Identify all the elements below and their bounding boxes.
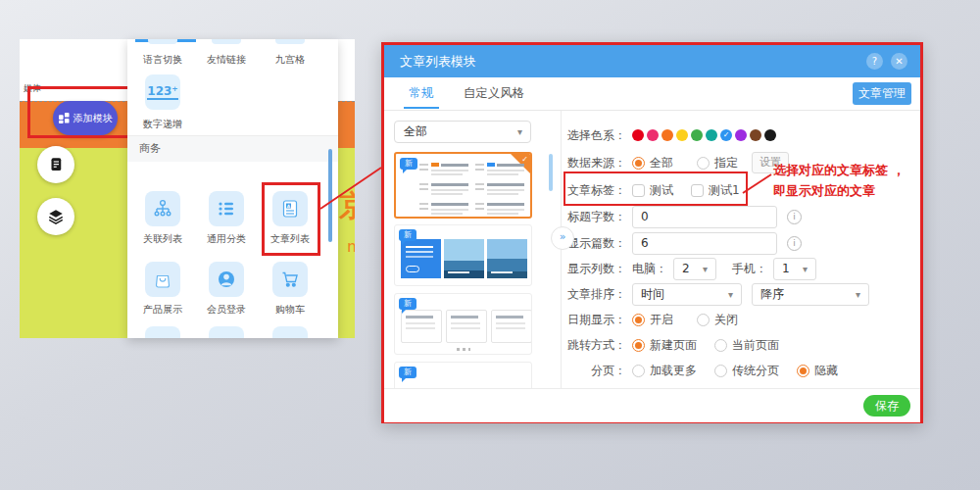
close-icon[interactable]: ✕ (891, 53, 907, 70)
color-dot-list: ✓ (632, 129, 779, 141)
page-art-letter: m (347, 237, 355, 256)
module-item-nine-grid[interactable]: 九宫格 (263, 53, 318, 67)
tab-general[interactable]: 常规 (398, 77, 445, 109)
color-dot[interactable] (691, 129, 703, 141)
chevron-down-icon: ▾ (703, 259, 708, 279)
new-badge: 新 (399, 298, 416, 310)
annotation-box-article-tags (564, 172, 748, 206)
save-button[interactable]: 保存 (863, 395, 910, 416)
color-dot[interactable] (735, 129, 747, 141)
field-date-display: 日期显示： 开启 关闭 (562, 308, 920, 331)
info-icon: i (787, 236, 802, 251)
chevron-down-icon: ▾ (856, 284, 860, 305)
template-preview-content (401, 310, 532, 343)
dialog-tabbar: 常规 自定义风格 文章管理 (384, 77, 920, 111)
chevron-down-icon: ▾ (803, 259, 808, 279)
radio-source-assign[interactable] (697, 157, 710, 170)
module-picker-panel: 语言切换 友情链接 九宫格 123⁺ 数字递增 商务 关联列表 (127, 39, 338, 338)
annotation-box-add-module (27, 86, 139, 138)
template-option-3[interactable]: 新 (394, 293, 532, 355)
page-layers-button[interactable] (37, 198, 74, 235)
dialog-title: 文章列表模块 (400, 45, 476, 77)
radio-source-all[interactable] (632, 157, 645, 170)
module-item-number-increment[interactable]: 数字递增 (135, 118, 190, 131)
field-sort: 文章排序： 时间 ▾ 降序 ▾ (562, 282, 920, 306)
chevron-down-icon: ▾ (517, 122, 522, 142)
shopping-bag-icon (145, 262, 180, 297)
section-title-business: 商务 (139, 141, 161, 156)
new-badge: 新 (399, 229, 416, 241)
radio-paging-hidden[interactable] (797, 365, 809, 377)
list-icon (209, 191, 244, 226)
layers-icon (47, 208, 65, 225)
new-badge: 新 (399, 367, 416, 378)
clipped-module-tile (209, 326, 244, 338)
cart-icon (272, 262, 308, 297)
clipped-module-icon (212, 39, 241, 44)
radio-date-off[interactable] (697, 314, 710, 326)
tab-custom-style[interactable]: 自定义风格 (455, 77, 533, 109)
color-dot[interactable] (632, 129, 644, 141)
collapse-panel-button[interactable]: » (551, 226, 574, 250)
dialog-body: 全部 ▾ 新 ✓ 新 (384, 111, 920, 421)
panel-scrollbar[interactable] (328, 149, 332, 242)
color-dot[interactable] (676, 129, 688, 141)
module-item-friend-links[interactable]: 友情链接 (199, 53, 254, 67)
template-preview-content (401, 239, 527, 278)
module-item-shopping-cart[interactable]: 购物车 (258, 262, 322, 317)
radio-jump-current-page[interactable] (714, 339, 727, 352)
radio-paging-traditional[interactable] (714, 365, 727, 377)
radio-paging-load-more[interactable] (632, 365, 645, 377)
page-content-button[interactable] (37, 146, 74, 183)
selected-check-icon: ✓ (521, 155, 528, 164)
member-icon (209, 262, 244, 297)
radio-date-on[interactable] (632, 314, 645, 326)
clipped-module-tile (145, 326, 180, 338)
clipped-module-tile (272, 326, 308, 338)
color-dot[interactable] (764, 129, 776, 141)
module-item-related-list[interactable]: 关联列表 (130, 191, 195, 246)
template-option-1-selected[interactable]: 新 ✓ (394, 152, 532, 219)
module-item-language-switch[interactable]: 语言切换 (135, 53, 190, 67)
template-filter-dropdown[interactable]: 全部 ▾ (394, 121, 531, 143)
field-color-scheme: 选择色系： ✓ (562, 123, 920, 147)
article-count-input[interactable] (632, 232, 777, 255)
article-manage-button[interactable]: 文章管理 (853, 82, 911, 105)
settings-panel: 选择色系： ✓ 数据来源： 全部 指定 设置 文章标签： 测试 测试 (562, 111, 920, 388)
page-art-text: 京 (339, 186, 355, 226)
field-columns: 显示列数： 电脑： 2 ▾ 手机： 1 ▾ (562, 257, 920, 280)
module-item-number-increment-icon[interactable]: 123⁺ (145, 74, 180, 110)
color-dot[interactable] (647, 129, 659, 141)
module-item-member-login[interactable]: 会员登录 (194, 262, 259, 317)
screenshot-stage: 媒体 京 m 添加模块 (0, 0, 980, 490)
sort-field-select[interactable]: 时间 ▾ (632, 283, 742, 306)
pagination-dots (457, 348, 470, 351)
template-list-scrollbar[interactable] (549, 154, 553, 191)
color-dot[interactable] (706, 129, 717, 141)
field-paging: 分页： 加载更多 传统分页 隐藏 (562, 359, 920, 382)
annotation-note: 选择对应的文章标签 ， 即显示对应的文章 (773, 160, 950, 201)
radio-jump-new-page[interactable] (632, 339, 645, 352)
document-icon (47, 156, 65, 173)
template-option-4[interactable]: 新 (394, 362, 532, 388)
template-option-2[interactable]: 新 (394, 224, 532, 286)
info-icon: i (787, 210, 802, 224)
module-item-general-category[interactable]: 通用分类 (194, 191, 259, 246)
sort-order-select[interactable]: 降序 ▾ (752, 283, 869, 306)
field-jump-mode: 跳转方式： 新建页面 当前页面 (562, 333, 920, 357)
annotation-box-article-list-module (262, 182, 320, 256)
color-dot[interactable]: ✓ (720, 129, 732, 141)
clipped-module-icon (275, 39, 305, 44)
help-button[interactable]: ? (866, 53, 883, 70)
module-item-product-display[interactable]: 产品展示 (130, 262, 195, 317)
template-preview-content (419, 162, 526, 213)
mobile-columns-select[interactable]: 1 ▾ (773, 258, 816, 280)
title-chars-input[interactable] (632, 206, 777, 228)
pc-columns-select[interactable]: 2 ▾ (673, 258, 716, 280)
color-dot[interactable] (662, 129, 673, 141)
field-article-count: 显示篇数： i (562, 231, 920, 255)
article-list-dialog: 文章列表模块 ? ✕ 常规 自定义风格 文章管理 全部 ▾ 新 ✓ (381, 42, 923, 423)
dialog-header: 文章列表模块 ? ✕ (384, 45, 920, 77)
dialog-footer: 保存 (384, 388, 920, 422)
color-dot[interactable] (750, 129, 761, 141)
